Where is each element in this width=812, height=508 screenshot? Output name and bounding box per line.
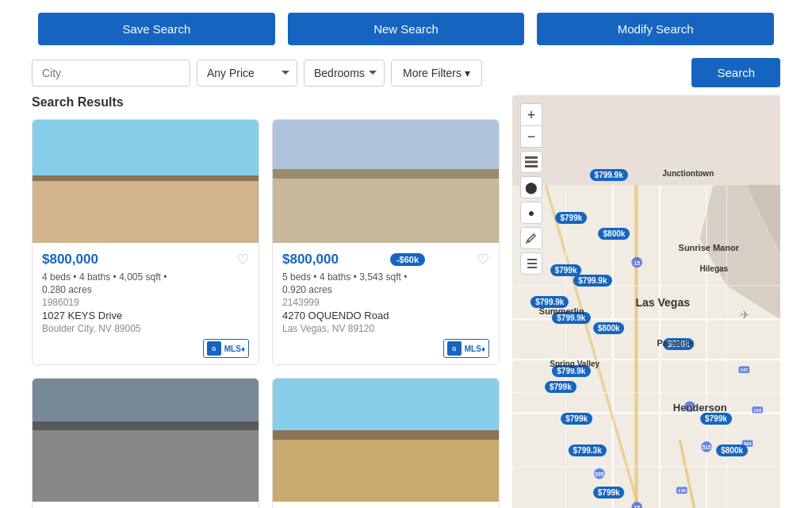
listing-price: $800,000 [42,252,98,267]
price-marker[interactable]: $799k [593,487,625,498]
listing-image [33,120,259,243]
mls-icon: G [447,341,462,356]
price-marker[interactable]: $799.9k [573,275,611,287]
listings-grid: $800,000 ♡ 4 beds • 4 baths • 4,005 sqft… [32,119,500,508]
map-panel[interactable]: ✈ 15 15 95 147 166 564 515 146 595 + − [512,95,780,508]
map-label: Spring Valley [550,360,599,368]
listing-id: 1986019 [42,297,249,308]
map-label: Sunrise Manor [679,243,739,252]
listing-details: 4 beds • 4 baths • 4,005 sqft • [42,271,249,283]
results-title: Search Results [32,95,500,110]
listing-info: $800,000 ♡ 4 beds • 3 baths • 3,200 sqft… [33,502,259,508]
mls-logo: G MLS♦ [42,339,249,358]
map-label: Las Vegas [635,296,690,309]
search-button[interactable]: Search [691,58,780,87]
listing-acres: 0.920 acres [282,284,489,295]
map-label: Junctiontown [662,169,714,178]
filter-bar: Any Price $500k - $700k $700k - $900k $9… [0,58,812,95]
mls-text: MLS♦ [465,344,485,353]
new-search-button[interactable]: New Search [288,13,525,45]
price-marker[interactable]: $799.3k [569,444,607,456]
map-label: Hilegas [700,264,729,273]
listing-card[interactable]: $799,000 ♡ 4 beds • 3 baths • 2,987 sqft… [272,378,500,508]
mls-icon: G [207,341,221,356]
listing-image [273,379,499,502]
listing-info: $800,000 ♡ 4 beds • 4 baths • 4,005 sqft… [33,243,259,364]
top-buttons-bar: Save Search New Search Modify Search [0,0,812,58]
listing-price: $800,000 [282,252,339,267]
listing-city: Boulder City, NV 89005 [42,323,249,334]
price-marker[interactable]: $800k [716,444,748,456]
price-marker[interactable]: $799k [555,212,587,224]
mls-logo: G MLS♦ [282,339,489,358]
listing-image [33,379,259,502]
listing-card[interactable]: $800,000 ♡ 4 beds • 3 baths • 3,200 sqft… [32,378,259,508]
favorite-button[interactable]: ♡ [477,251,489,268]
listing-acres: 0.280 acres [42,284,249,295]
results-panel: Search Results $800,000 ♡ 4 beds • 4 bat… [32,95,500,508]
listing-card[interactable]: $800,000 -$60k ♡ 5 beds • 4 baths • 3,54… [272,119,500,365]
bedrooms-filter[interactable]: Bedrooms 1+ 2+ 3+ 4+ 5+ [304,60,385,87]
map-label: Paradise [657,338,694,348]
mls-badge: G MLS♦ [443,339,489,358]
more-filters-label: More Filters [403,67,462,79]
modify-search-button[interactable]: Modify Search [537,13,774,45]
map-label: Henderson [673,402,727,414]
price-marker[interactable]: $799k [700,413,732,425]
price-marker[interactable]: $800k [593,322,625,334]
price-drop-badge: -$60k [390,253,425,266]
price-marker[interactable]: $799k [545,381,576,393]
price-filter[interactable]: Any Price $500k - $700k $700k - $900k $9… [197,60,297,87]
listing-price-row: $800,000 -$60k ♡ [282,251,489,268]
listing-address: 1027 KEYS Drive [42,310,249,321]
listing-address: 4270 OQUENDO Road [282,310,489,321]
mls-badge: G MLS♦ [203,339,249,358]
save-search-button[interactable]: Save Search [38,13,275,45]
listing-id: 2143999 [282,297,489,308]
listing-city: Las Vegas, NV 89120 [282,323,489,334]
listing-price-row: $800,000 ♡ [42,251,249,268]
main-content: Search Results $800,000 ♡ 4 beds • 4 bat… [0,95,812,508]
city-input[interactable] [32,60,190,87]
listing-details: 5 beds • 4 baths • 3,543 sqft • [282,271,489,283]
more-filters-button[interactable]: More Filters ▾ [391,60,482,87]
price-marker[interactable]: $800k [599,228,630,240]
mls-text: MLS♦ [224,344,245,353]
listing-card[interactable]: $800,000 ♡ 4 beds • 4 baths • 4,005 sqft… [32,119,259,365]
listing-info: $799,000 ♡ 4 beds • 3 baths • 2,987 sqft… [273,502,499,508]
favorite-button[interactable]: ♡ [236,251,249,268]
price-marker[interactable]: $799k [561,413,592,425]
price-marker[interactable]: $799.9k [590,169,628,181]
listing-info: $800,000 -$60k ♡ 5 beds • 4 baths • 3,54… [273,243,499,364]
listing-image [273,120,499,243]
map-label: Summerlin [539,306,584,316]
